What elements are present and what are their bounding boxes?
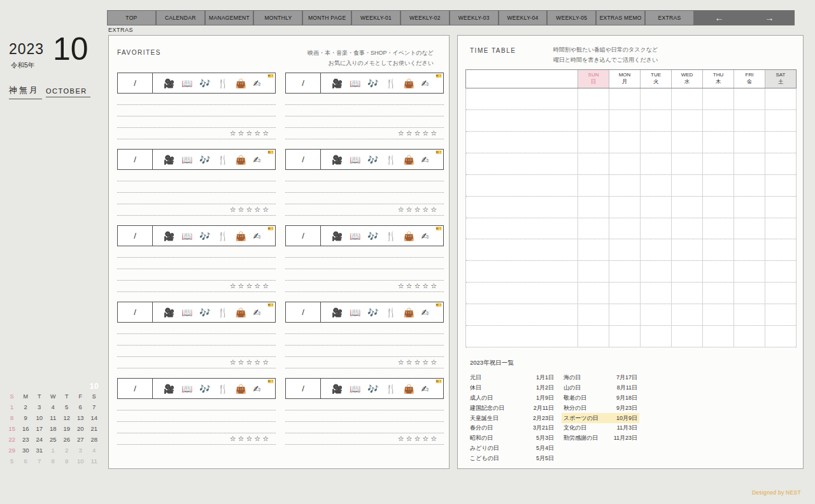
timetable-cell-thu[interactable] bbox=[702, 218, 734, 239]
timetable-cell-sun[interactable] bbox=[578, 283, 609, 304]
timetable-cell-sat[interactable] bbox=[765, 218, 796, 239]
favorite-memo-line[interactable]: ☆☆☆☆☆ bbox=[285, 357, 444, 368]
mini-calendar-day[interactable]: 3 bbox=[74, 445, 88, 456]
mini-calendar-day[interactable]: 9 bbox=[19, 412, 33, 423]
timetable-cell-mon[interactable] bbox=[609, 304, 640, 325]
fork-knife-icon[interactable]: 🍴 bbox=[385, 232, 396, 241]
mini-calendar-day[interactable]: 13 bbox=[74, 412, 88, 423]
timetable-cell-sun[interactable] bbox=[578, 239, 609, 260]
timetable-cell-fri[interactable] bbox=[734, 304, 765, 325]
fork-knife-icon[interactable]: 🍴 bbox=[385, 308, 396, 317]
movie-camera-icon[interactable]: 🎥 bbox=[164, 384, 174, 393]
favorite-memo-line[interactable] bbox=[285, 258, 444, 269]
mini-calendar-day[interactable]: 1 bbox=[46, 445, 60, 456]
writing-hand-icon[interactable]: ✍ bbox=[253, 232, 261, 241]
favorite-memo-line[interactable] bbox=[285, 269, 444, 281]
timetable-cell-fri[interactable] bbox=[734, 153, 765, 174]
mini-calendar-day[interactable]: 9 bbox=[60, 456, 74, 466]
timetable-cell-thu[interactable] bbox=[702, 153, 734, 174]
favorite-memo-line[interactable] bbox=[285, 334, 444, 346]
timetable-cell-sun[interactable] bbox=[578, 175, 609, 196]
mini-calendar-day[interactable]: 15 bbox=[5, 423, 19, 434]
mini-calendar-day[interactable]: 26 bbox=[60, 434, 74, 445]
fork-knife-icon[interactable]: 🍴 bbox=[217, 308, 228, 317]
timetable-cell-fri[interactable] bbox=[734, 218, 765, 239]
timetable-cell-sat[interactable] bbox=[765, 153, 796, 174]
fork-knife-icon[interactable]: 🍴 bbox=[385, 79, 396, 88]
timetable-cell-tue[interactable] bbox=[640, 261, 671, 282]
music-notes-icon[interactable]: 🎶 bbox=[367, 155, 378, 164]
open-book-icon[interactable]: 📖 bbox=[350, 155, 360, 164]
writing-hand-icon[interactable]: ✍ bbox=[422, 308, 429, 317]
timetable-cell-fri[interactable] bbox=[734, 326, 765, 347]
timetable-time-cell[interactable] bbox=[466, 88, 578, 109]
rating-stars[interactable]: ☆☆☆☆☆ bbox=[398, 129, 439, 137]
favorite-memo-line[interactable] bbox=[285, 346, 444, 357]
timetable-cell-sat[interactable] bbox=[765, 110, 796, 131]
timetable-cell-thu[interactable] bbox=[702, 261, 734, 282]
timetable-cell-fri[interactable] bbox=[734, 132, 765, 153]
mini-calendar-day[interactable]: 20 bbox=[74, 423, 88, 434]
favorite-date-cell[interactable]: / bbox=[286, 73, 321, 93]
timetable-cell-sun[interactable] bbox=[578, 132, 609, 153]
writing-hand-icon[interactable]: ✍ bbox=[422, 79, 429, 88]
mini-calendar-day[interactable]: 25 bbox=[46, 434, 60, 445]
timetable-cell-tue[interactable] bbox=[640, 326, 671, 347]
timetable-cell-sat[interactable] bbox=[765, 132, 796, 153]
mini-calendar-day[interactable]: 19 bbox=[60, 423, 74, 434]
timetable-cell-sat[interactable] bbox=[765, 304, 796, 325]
favorite-memo-line[interactable] bbox=[117, 323, 276, 334]
open-book-icon[interactable]: 📖 bbox=[350, 79, 360, 88]
favorite-date-cell[interactable]: / bbox=[286, 150, 321, 169]
mini-calendar-day[interactable]: 23 bbox=[19, 434, 33, 445]
timetable-cell-wed[interactable] bbox=[671, 197, 702, 218]
open-book-icon[interactable]: 📖 bbox=[181, 232, 192, 241]
mini-calendar-day[interactable]: 5 bbox=[5, 456, 19, 466]
timetable-time-cell[interactable] bbox=[466, 197, 578, 218]
timetable-cell-sat[interactable] bbox=[765, 175, 796, 196]
favorite-memo-line[interactable] bbox=[117, 258, 276, 269]
timetable-cell-sun[interactable] bbox=[578, 153, 609, 174]
timetable-cell-wed[interactable] bbox=[671, 88, 702, 109]
mini-calendar-day[interactable]: 30 bbox=[19, 445, 33, 456]
timetable-cell-sun[interactable] bbox=[578, 218, 609, 239]
timetable-cell-mon[interactable] bbox=[609, 261, 640, 282]
favorite-memo-line[interactable] bbox=[117, 410, 276, 422]
mini-calendar-day[interactable]: 12 bbox=[60, 412, 74, 423]
favorite-memo-line[interactable] bbox=[285, 170, 444, 181]
favorite-memo-line[interactable] bbox=[117, 246, 276, 258]
timetable-cell-mon[interactable] bbox=[609, 110, 640, 131]
timetable-cell-tue[interactable] bbox=[640, 88, 671, 109]
timetable-cell-wed[interactable] bbox=[671, 326, 702, 347]
open-book-icon[interactable]: 📖 bbox=[181, 155, 192, 164]
timetable-cell-thu[interactable] bbox=[702, 197, 734, 218]
mini-calendar-day[interactable]: 21 bbox=[87, 423, 101, 434]
timetable-time-cell[interactable] bbox=[466, 326, 578, 347]
timetable-cell-mon[interactable] bbox=[609, 326, 640, 347]
movie-camera-icon[interactable]: 🎥 bbox=[332, 384, 343, 393]
rating-stars[interactable]: ☆☆☆☆☆ bbox=[230, 129, 271, 137]
favorite-memo-line[interactable] bbox=[117, 269, 276, 281]
favorite-memo-line[interactable] bbox=[117, 346, 276, 357]
favorite-memo-line[interactable]: ☆☆☆☆☆ bbox=[117, 357, 276, 368]
timetable-cell-tue[interactable] bbox=[640, 132, 671, 153]
timetable-cell-wed[interactable] bbox=[671, 175, 702, 196]
favorite-date-cell[interactable]: / bbox=[286, 226, 321, 246]
mini-calendar-day[interactable]: 5 bbox=[60, 402, 74, 412]
timetable-cell-sun[interactable] bbox=[578, 197, 609, 218]
mini-calendar-day[interactable]: 3 bbox=[32, 402, 46, 412]
timetable-cell-tue[interactable] bbox=[640, 197, 671, 218]
open-book-icon[interactable]: 📖 bbox=[181, 79, 192, 88]
prev-page-arrow[interactable]: ← bbox=[694, 10, 744, 25]
timetable-cell-mon[interactable] bbox=[609, 197, 640, 218]
timetable-cell-thu[interactable] bbox=[702, 88, 734, 109]
handbag-icon[interactable]: 👜 bbox=[235, 79, 246, 88]
timetable-cell-thu[interactable] bbox=[702, 283, 734, 304]
timetable-cell-fri[interactable] bbox=[734, 197, 765, 218]
timetable-time-cell[interactable] bbox=[466, 261, 578, 282]
open-book-icon[interactable]: 📖 bbox=[350, 232, 360, 241]
handbag-icon[interactable]: 👜 bbox=[403, 384, 414, 393]
favorite-memo-line[interactable]: ☆☆☆☆☆ bbox=[117, 281, 276, 292]
timetable-cell-sat[interactable] bbox=[765, 197, 796, 218]
nav-tab-monthly[interactable]: MONTHLY bbox=[254, 11, 302, 25]
